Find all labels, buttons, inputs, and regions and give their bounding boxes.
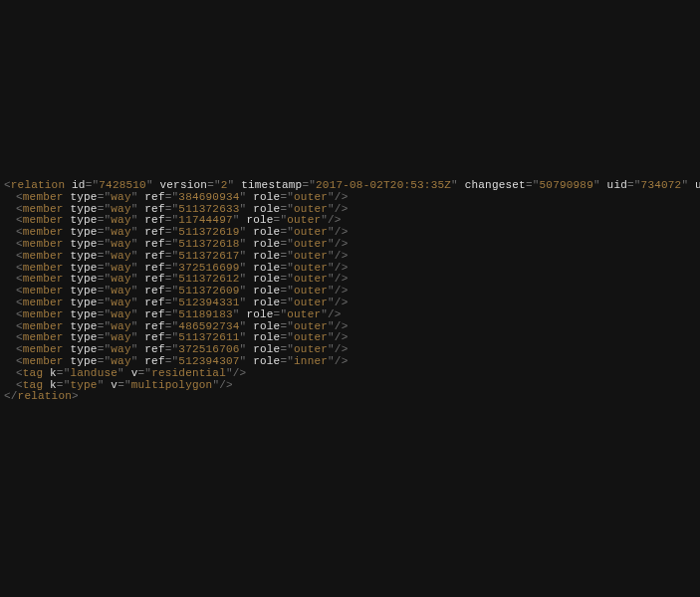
member-ref-value: 511372609 (178, 285, 239, 297)
tag-tag: tag (23, 379, 43, 391)
member-tag: member (23, 285, 64, 297)
member-tag: member (23, 273, 64, 285)
member-ref-value: 512394331 (178, 297, 239, 308)
member-role-value: outer (294, 297, 328, 308)
member-role-value: inner (294, 355, 328, 367)
member-tag: member (23, 214, 64, 226)
member-tag: member (23, 203, 64, 215)
member-ref-value: 51189183 (178, 308, 232, 320)
tag-line: <tag k="landuse" v="residential"/> (4, 368, 700, 380)
member-role-value: outer (294, 262, 328, 274)
tag-tag: tag (23, 367, 43, 379)
member-ref-value: 511372618 (178, 238, 239, 250)
tag-line: <tag k="type" v="multipolygon"/> (4, 380, 700, 392)
member-type-value: way (111, 191, 130, 203)
member-tag: member (23, 238, 64, 250)
xml-code-block: <relation id="7428510" version="2" times… (0, 0, 700, 403)
member-type-value: way (111, 262, 130, 274)
member-type-value: way (111, 343, 130, 355)
tag-k-value: type (70, 379, 97, 391)
member-tag: member (23, 320, 64, 332)
member-ref-value: 372516699 (178, 262, 239, 274)
member-role-value: outer (294, 203, 328, 215)
member-ref-value: 511372619 (178, 226, 239, 238)
attr-changeset-name: changeset (465, 179, 526, 191)
member-type-value: way (111, 203, 130, 215)
member-type-value: way (111, 238, 130, 250)
member-role-value: outer (287, 308, 321, 320)
member-role-value: outer (294, 238, 328, 250)
member-tag: member (23, 331, 64, 343)
member-role-value: outer (294, 331, 328, 343)
relation-close-line: </relation> (4, 391, 700, 403)
attr-timestamp-value: 2017-08-02T20:53:35Z (316, 179, 451, 191)
member-type-value: way (111, 214, 130, 226)
member-ref-value: 511372612 (178, 273, 239, 285)
member-role-value: outer (294, 285, 328, 297)
tag-v-value: residential (151, 367, 226, 379)
member-type-value: way (111, 226, 130, 238)
member-role-value: outer (294, 191, 328, 203)
attr-version-name: version (160, 179, 208, 191)
member-type-value: way (111, 320, 130, 332)
member-type-value: way (111, 285, 130, 297)
member-type-value: way (111, 355, 130, 367)
attr-user-name: user (695, 179, 700, 191)
member-role-value: outer (294, 343, 328, 355)
member-tag: member (23, 262, 64, 274)
attr-id-name: id (72, 179, 86, 191)
member-tag: member (23, 297, 64, 308)
attr-timestamp-name: timestamp (241, 179, 302, 191)
member-type-value: way (111, 297, 130, 308)
member-tag: member (23, 355, 64, 367)
member-tag: member (23, 191, 64, 203)
tag-k-value: landuse (70, 367, 117, 379)
member-tag: member (23, 226, 64, 238)
member-tag: member (23, 250, 64, 262)
member-role-value: outer (287, 214, 321, 226)
member-type-value: way (111, 331, 130, 343)
attr-uid-value: 734072 (641, 179, 682, 191)
member-ref-value: 384690934 (178, 191, 239, 203)
attr-version-value: 2 (221, 179, 228, 191)
member-ref-value: 512394307 (178, 355, 239, 367)
member-role-value: outer (294, 250, 328, 262)
member-type-value: way (111, 308, 130, 320)
member-type-value: way (111, 250, 130, 262)
member-role-value: outer (294, 273, 328, 285)
member-ref-value: 511372611 (178, 331, 239, 343)
member-ref-value: 372516706 (178, 343, 239, 355)
member-ref-value: 511372633 (178, 203, 239, 215)
attr-uid-name: uid (607, 179, 627, 191)
member-role-value: outer (294, 226, 328, 238)
attr-changeset-value: 50790989 (540, 179, 593, 191)
member-tag: member (23, 308, 64, 320)
attr-id-value: 7428510 (99, 179, 146, 191)
relation-tag: relation (11, 179, 65, 191)
member-type-value: way (111, 273, 130, 285)
member-tag: member (23, 343, 64, 355)
tag-v-value: multipolygon (131, 379, 213, 391)
member-role-value: outer (294, 320, 328, 332)
member-ref-value: 11744497 (178, 214, 232, 226)
member-ref-value: 511372617 (178, 250, 239, 262)
member-ref-value: 486592734 (178, 320, 239, 332)
